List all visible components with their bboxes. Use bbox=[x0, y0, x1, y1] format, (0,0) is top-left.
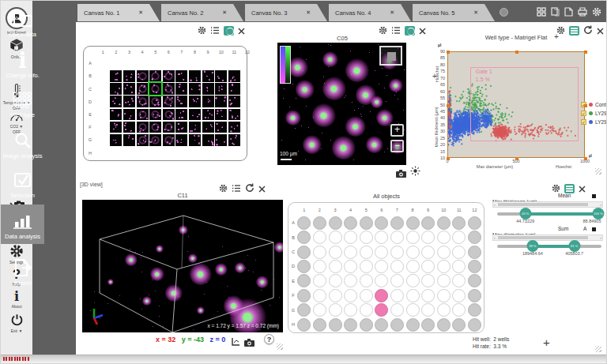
well-H10[interactable] bbox=[437, 318, 451, 332]
well-G7[interactable] bbox=[390, 303, 404, 317]
scrollbar-thumb[interactable] bbox=[498, 203, 588, 206]
well-A1[interactable] bbox=[297, 216, 311, 230]
well-thumb-D9[interactable] bbox=[202, 96, 214, 107]
well-thumb-G6[interactable] bbox=[163, 134, 175, 146]
well-thumb-F10[interactable] bbox=[215, 122, 227, 133]
scrollbar-thumb[interactable] bbox=[498, 236, 588, 239]
well-D3[interactable] bbox=[329, 260, 342, 273]
well-thumb-B6[interactable] bbox=[163, 70, 175, 82]
well-thumb-G3[interactable] bbox=[123, 134, 135, 146]
well-thumb-D7[interactable] bbox=[175, 96, 187, 107]
well-thumb-B9[interactable] bbox=[202, 70, 214, 82]
well-thumb-B8[interactable] bbox=[189, 70, 201, 82]
well-thumb-G10[interactable] bbox=[215, 134, 227, 146]
well-H4[interactable] bbox=[344, 318, 357, 332]
well-thumb-F8[interactable] bbox=[189, 122, 201, 133]
well-E12[interactable] bbox=[468, 274, 481, 287]
well-thumb-B4[interactable] bbox=[137, 70, 149, 82]
well-thumb-E8[interactable] bbox=[189, 109, 201, 121]
well-C10[interactable] bbox=[437, 246, 451, 259]
scatter-plot-area[interactable]: Gate 1 1.5 % bbox=[447, 51, 585, 158]
layout-grid-icon[interactable] bbox=[537, 6, 546, 20]
well-E8[interactable] bbox=[406, 274, 420, 287]
well-G9[interactable] bbox=[421, 303, 435, 317]
well-thumb-C4[interactable] bbox=[137, 83, 149, 95]
well-thumb-G5[interactable] bbox=[149, 134, 161, 146]
well-E7[interactable] bbox=[390, 274, 404, 287]
legend-checkbox[interactable]: ✓ bbox=[581, 111, 586, 116]
well-thumb-C11[interactable] bbox=[228, 83, 240, 95]
tab-close-icon[interactable]: ✕ bbox=[306, 9, 311, 16]
tab-canvas-5[interactable]: Canvas No. 5✕ bbox=[413, 4, 495, 21]
refresh-icon[interactable] bbox=[245, 182, 254, 196]
well-C7[interactable] bbox=[390, 246, 404, 259]
well-G1[interactable] bbox=[297, 303, 311, 317]
well-G10[interactable] bbox=[437, 303, 451, 317]
well-thumb-G9[interactable] bbox=[202, 134, 214, 146]
filter-scrollbar[interactable]: ‹ › bbox=[492, 235, 603, 241]
about-button[interactable]: i About bbox=[1, 290, 32, 309]
list-icon[interactable] bbox=[232, 182, 241, 196]
legend-entry[interactable]: ✓LY294002 low bbox=[581, 109, 607, 118]
well-thumb-B2[interactable] bbox=[110, 70, 122, 82]
well-thumb-E11[interactable] bbox=[228, 109, 240, 121]
well-F7[interactable] bbox=[390, 289, 404, 302]
unit-select[interactable]: A bbox=[583, 226, 586, 231]
well-A9[interactable] bbox=[421, 216, 435, 230]
selection-handle[interactable] bbox=[447, 104, 450, 107]
well-D1[interactable] bbox=[297, 260, 311, 273]
well-B5[interactable] bbox=[360, 231, 373, 244]
well-H5[interactable] bbox=[360, 318, 373, 332]
well-G12[interactable] bbox=[468, 303, 481, 317]
selection-handle[interactable] bbox=[447, 157, 450, 160]
well-thumb-E9[interactable] bbox=[202, 109, 214, 121]
resize-grip[interactable] bbox=[595, 346, 601, 352]
well-A6[interactable] bbox=[375, 216, 388, 230]
well-D6[interactable] bbox=[375, 260, 388, 273]
sidebar-item-export[interactable]: Export bbox=[1, 250, 44, 289]
well-H3[interactable] bbox=[329, 318, 342, 332]
well-thumb-B3[interactable] bbox=[123, 70, 135, 82]
well-B4[interactable] bbox=[344, 231, 357, 244]
range-handle-low[interactable]: 43 % bbox=[519, 208, 531, 220]
well-F8[interactable] bbox=[406, 289, 420, 302]
gear-icon[interactable] bbox=[219, 182, 228, 196]
range-handle-high[interactable]: 81 % bbox=[568, 240, 580, 252]
range-handle-high[interactable]: 100 % bbox=[593, 208, 605, 220]
well-H8[interactable] bbox=[406, 318, 420, 332]
resize-grip[interactable] bbox=[595, 168, 601, 174]
zoom-in-button[interactable]: + bbox=[390, 124, 404, 137]
well-thumb-B5[interactable] bbox=[149, 70, 161, 82]
resize-grip[interactable] bbox=[277, 343, 283, 350]
well-G5[interactable] bbox=[360, 303, 373, 317]
sidebar-item-selection[interactable]: Selection bbox=[1, 165, 44, 201]
well-thumb-E6[interactable] bbox=[163, 109, 175, 121]
well-B8[interactable] bbox=[406, 231, 420, 244]
well-thumb-D8[interactable] bbox=[189, 96, 201, 107]
well-F2[interactable] bbox=[313, 289, 326, 302]
well-thumb-G8[interactable] bbox=[189, 134, 201, 146]
sidebar-item-open-data[interactable]: Open data bbox=[1, 4, 44, 40]
well-thumb-C8[interactable] bbox=[189, 83, 201, 95]
well-G6[interactable] bbox=[375, 303, 388, 317]
well-thumb-F5[interactable] bbox=[149, 122, 161, 133]
list-icon[interactable] bbox=[391, 24, 401, 38]
well-thumb-E5[interactable] bbox=[149, 109, 161, 121]
well-F9[interactable] bbox=[421, 289, 435, 302]
sidebar-item-data-analysis[interactable]: Data analysis bbox=[1, 205, 44, 244]
well-H9[interactable] bbox=[421, 318, 435, 332]
well-D12[interactable] bbox=[468, 260, 481, 273]
well-H7[interactable] bbox=[390, 318, 404, 332]
selection-handle[interactable] bbox=[584, 157, 587, 160]
well-thumb-G4[interactable] bbox=[137, 134, 149, 146]
well-C11[interactable] bbox=[452, 246, 466, 259]
well-thumb-B7[interactable] bbox=[175, 70, 187, 82]
zoom-out-button[interactable]: − bbox=[390, 140, 404, 152]
well-thumb-B10[interactable] bbox=[215, 70, 227, 82]
well-thumb-F11[interactable] bbox=[228, 122, 240, 133]
well-A11[interactable] bbox=[452, 216, 466, 230]
well-B2[interactable] bbox=[313, 231, 326, 244]
well-H2[interactable] bbox=[313, 318, 326, 332]
selection-handle[interactable] bbox=[584, 104, 587, 107]
well-B11[interactable] bbox=[452, 231, 466, 244]
